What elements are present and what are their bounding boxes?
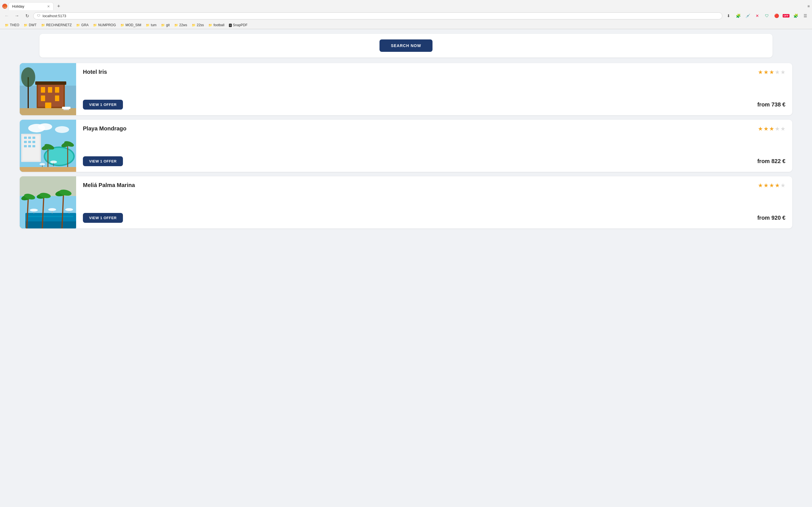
extensions-puzzle-icon[interactable]: 🧩 — [792, 12, 800, 20]
folder-icon: 📁 — [24, 23, 28, 27]
url-bar[interactable]: 🛡 localhost:5173 — [33, 12, 722, 19]
svg-rect-6 — [48, 87, 52, 93]
addon-icon2[interactable]: OFF — [782, 12, 790, 20]
star-2: ★ — [763, 125, 769, 132]
star-4: ★ — [775, 125, 780, 132]
hotel-info-iris: Hotel Iris ★ ★ ★ ★ ★ VIEW 1 OFFER from 7… — [76, 63, 792, 115]
svg-point-63 — [65, 208, 73, 211]
eyedropper-icon[interactable]: 💉 — [744, 12, 752, 20]
hotel-header-iris: Hotel Iris ★ ★ ★ ★ ★ — [83, 69, 785, 75]
hotel-name-melia: Meliá Palma Marina — [83, 182, 135, 188]
star-4: ★ — [775, 182, 780, 189]
bookmark-snappdf[interactable]: S SnapPDF — [227, 22, 250, 27]
bookmark-dwt[interactable]: 📁 DWT — [22, 22, 38, 27]
browser-logo: 🦊 — [2, 4, 7, 9]
bookmark-git[interactable]: 📁 git — [159, 22, 172, 27]
addon-icon1[interactable]: 🔴 — [772, 12, 780, 20]
svg-rect-27 — [33, 141, 35, 143]
svg-rect-15 — [63, 109, 69, 110]
bookmark-theo[interactable]: 📁 THEO — [3, 22, 21, 27]
security-icon: 🛡 — [37, 14, 40, 18]
bookmark-label: SnapPDF — [233, 23, 248, 27]
svg-rect-48 — [28, 216, 73, 217]
tab-list-button[interactable]: ≡ — [808, 4, 810, 8]
hotel-footer-playa: VIEW 1 OFFER from 822 € — [83, 156, 785, 166]
bookmark-label: NUMPROG — [98, 23, 116, 27]
active-tab[interactable]: Holiday ✕ — [8, 2, 54, 10]
search-section-wrapper: SEARCH NOW — [0, 29, 812, 57]
search-now-button[interactable]: SEARCH NOW — [379, 40, 432, 52]
star-2: ★ — [763, 182, 769, 189]
hotel-footer-melia: VIEW 1 OFFER from 920 € — [83, 213, 785, 223]
hotel-stars-melia: ★ ★ ★ ★ ★ — [758, 182, 785, 189]
bookmark-rechnernetz[interactable]: 📁 RECHNERNETZ — [39, 22, 74, 27]
folder-icon: 📁 — [120, 23, 124, 27]
bookmark-label: GRA — [81, 23, 89, 27]
browser-chrome: 🦊 Holiday ✕ + ≡ ← → ↻ 🛡 localhost:5173 ⬇… — [0, 0, 812, 29]
folder-icon: 📁 — [161, 23, 165, 27]
hotel-info-playa: Playa Mondrago ★ ★ ★ ★ ★ VIEW 1 OFFER fr… — [76, 120, 792, 172]
bookmark-tum[interactable]: 📁 tum — [144, 22, 158, 27]
view-offer-button-playa[interactable]: VIEW 1 OFFER — [83, 156, 123, 166]
star-5: ★ — [780, 182, 785, 189]
forward-button[interactable]: → — [13, 12, 21, 20]
menu-button[interactable]: ☰ — [801, 12, 809, 20]
svg-rect-21 — [22, 135, 40, 161]
bookmark-gra[interactable]: 📁 GRA — [74, 22, 91, 27]
star-3: ★ — [769, 69, 774, 75]
star-2: ★ — [763, 69, 769, 75]
download-icon[interactable]: ⬇ — [725, 12, 732, 20]
folder-icon: S — [229, 23, 232, 27]
svg-point-18 — [38, 123, 52, 130]
tab-close-button[interactable]: ✕ — [47, 4, 50, 8]
star-3: ★ — [769, 182, 774, 189]
bookmark-label: football — [213, 23, 224, 27]
svg-rect-8 — [41, 96, 45, 101]
svg-point-42 — [40, 163, 45, 165]
back-button[interactable]: ← — [3, 12, 11, 20]
bookmark-mod_sim[interactable]: 📁 MOD_SIM — [118, 22, 143, 27]
svg-rect-4 — [35, 81, 66, 85]
svg-point-32 — [45, 148, 73, 165]
svg-point-59 — [30, 209, 38, 212]
folder-icon: 📁 — [146, 23, 150, 27]
hotel-footer-iris: VIEW 1 OFFER from 738 € — [83, 100, 785, 110]
view-offer-button-melia[interactable]: VIEW 1 OFFER — [83, 213, 123, 223]
bookmark-label: RECHNERNETZ — [46, 23, 72, 27]
bookmark-22ss[interactable]: 📁 22ss — [190, 22, 206, 27]
search-section: SEARCH NOW — [40, 34, 772, 57]
svg-point-12 — [21, 67, 35, 87]
bookmark-football[interactable]: 📁 football — [206, 22, 226, 27]
svg-rect-14 — [62, 107, 70, 109]
tab-bar: 🦊 Holiday ✕ + ≡ — [0, 0, 812, 10]
bookmark-label: DWT — [29, 23, 36, 27]
bookmarks-bar: 📁 THEO 📁 DWT 📁 RECHNERNETZ 📁 GRA 📁 NUMPR… — [0, 21, 812, 29]
hotel-header-playa: Playa Mondrago ★ ★ ★ ★ ★ — [83, 125, 785, 132]
hotels-section: Hotel Iris ★ ★ ★ ★ ★ VIEW 1 OFFER from 7… — [0, 57, 812, 234]
hotel-info-melia: Meliá Palma Marina ★ ★ ★ ★ ★ VIEW 1 OFFE… — [76, 176, 792, 228]
bookmark-numprog[interactable]: 📁 NUMPROG — [91, 22, 118, 27]
new-tab-button[interactable]: + — [55, 2, 63, 10]
star-5: ★ — [780, 69, 785, 75]
bookmark-label: tum — [151, 23, 156, 27]
view-offer-button-iris[interactable]: VIEW 1 OFFER — [83, 100, 123, 110]
bookmark-label: 22ws — [179, 23, 187, 27]
bookmark-label: MOD_SIM — [125, 23, 141, 27]
hotel-card-playa: Playa Mondrago ★ ★ ★ ★ ★ VIEW 1 OFFER fr… — [20, 120, 792, 172]
svg-point-40 — [50, 161, 57, 163]
hotel-image-iris — [20, 63, 76, 115]
adblock-icon[interactable]: ✕ — [753, 12, 761, 20]
hotel-price-melia: from 920 € — [757, 215, 785, 221]
bookmark-22ws[interactable]: 📁 22ws — [172, 22, 189, 27]
hotel-price-playa: from 822 € — [757, 158, 785, 165]
svg-rect-24 — [33, 136, 35, 139]
shield-icon[interactable]: 🛡 — [763, 12, 771, 20]
star-3: ★ — [769, 125, 774, 132]
star-1: ★ — [758, 125, 763, 132]
extensions-icon[interactable]: 🧩 — [734, 12, 742, 20]
folder-icon: 📁 — [5, 23, 9, 27]
svg-point-19 — [55, 126, 69, 133]
toolbar-icons: ⬇ 🧩 💉 ✕ 🛡 🔴 OFF 🧩 ☰ — [725, 12, 809, 20]
hotel-price-iris: from 738 € — [757, 101, 785, 108]
reload-button[interactable]: ↻ — [23, 12, 31, 20]
